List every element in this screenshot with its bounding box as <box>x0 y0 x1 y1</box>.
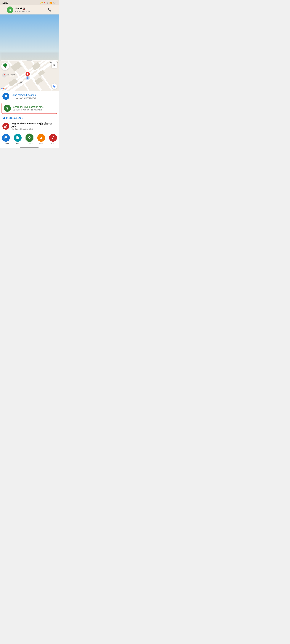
svg-point-3 <box>7 108 8 108</box>
avatar: N <box>7 6 13 13</box>
share-live-title: Share My Live Location for... <box>13 106 44 108</box>
status-bar: 12:08 🔑 📍 ▲ 📶 46% <box>0 0 59 5</box>
back-button[interactable]: ← <box>2 8 5 12</box>
restaurant-text: Bagh-e Shahr Restaurant (رستوران باغ شهر… <box>12 122 57 130</box>
gallery-icon <box>2 134 10 142</box>
signal-icon: 📶 <box>49 2 52 4</box>
vet-type: Veterinarian <box>7 75 16 77</box>
vet-marker: 📍 دامپزشکی اسپا Veterinarian <box>3 73 16 77</box>
location-action-icon <box>26 134 33 142</box>
location-label: Location <box>26 142 33 144</box>
location-icon: 📍 <box>44 2 46 4</box>
send-location-text: Send selected location Semnan, Iran ,عمو… <box>12 94 36 99</box>
gallery-action[interactable]: Gallery <box>1 134 11 144</box>
file-action[interactable]: File <box>13 134 22 144</box>
menu-button[interactable]: ⋮ <box>54 8 57 12</box>
bottom-actions-bar: Gallery File Location <box>0 132 59 146</box>
send-location-icon <box>3 93 9 100</box>
music-icon <box>49 134 57 142</box>
bottom-sheet: Baharest Fatholmobi 🌲 📍 دامپزشکی اسپا <box>0 60 59 148</box>
share-live-subtitle: Updated in real time as you move <box>13 109 44 111</box>
svg-text:🌲: 🌲 <box>4 64 7 66</box>
current-location-dot <box>26 76 30 80</box>
tree-icon: 🌲 <box>3 63 7 70</box>
gallery-label: Gallery <box>3 142 9 144</box>
contact-status: last seen recently <box>15 10 48 12</box>
chat-header: ← N Navid 🔇 last seen recently 📞 ⋮ <box>0 5 59 14</box>
location-pulse <box>26 76 30 80</box>
chat-background <box>0 14 59 61</box>
venue-section-label: Or choose a venue <box>0 114 59 120</box>
music-label: Mu... <box>51 142 55 144</box>
file-icon <box>14 134 22 142</box>
map-container[interactable]: Baharest Fatholmobi 🌲 📍 دامپزشکی اسپا <box>0 60 59 91</box>
status-time: 12:08 <box>3 2 8 4</box>
tree-marker: 🌲 <box>1 62 9 70</box>
header-actions: 📞 ⋮ <box>48 8 57 12</box>
map-block-1 <box>11 62 22 72</box>
music-action[interactable]: Mu... <box>49 134 58 144</box>
map-layers-button[interactable]: ⧉ <box>52 62 57 68</box>
location-action[interactable]: Location <box>25 134 34 144</box>
send-location-item[interactable]: Send selected location Semnan, Iran ,عمو… <box>0 91 59 102</box>
restaurant-icon <box>3 123 9 130</box>
contact-info: Navid 🔇 last seen recently <box>15 7 48 12</box>
file-label: File <box>16 142 19 144</box>
google-logo: Google <box>1 88 8 90</box>
map-background: Baharest Fatholmobi 🌲 📍 دامپزشکی اسپا <box>0 60 59 91</box>
contact-name: Navid 🔇 <box>15 7 48 10</box>
restaurant-address: Hefdah-e Shahrivar Blvd. <box>12 128 57 130</box>
wifi-icon: ▲ <box>47 2 49 4</box>
call-button[interactable]: 📞 <box>48 8 52 12</box>
share-live-icon <box>4 105 11 112</box>
share-live-location-item[interactable]: Share My Live Location for... Updated in… <box>2 103 57 114</box>
location-inner-dot <box>27 77 29 79</box>
contact-label: Contact <box>38 142 44 144</box>
map-location-button[interactable] <box>52 84 57 89</box>
svg-rect-1 <box>5 67 6 68</box>
pin-dot <box>27 73 28 75</box>
send-location-title: Send selected location <box>12 94 36 96</box>
vet-name: دامپزشکی اسپا <box>7 74 16 75</box>
battery-icon: 46% <box>53 2 57 4</box>
key-icon: 🔑 <box>40 2 43 4</box>
home-indicator <box>20 147 39 148</box>
restaurant-venue-item[interactable]: Bagh-e Shahr Restaurant (رستوران باغ شهر… <box>0 120 59 132</box>
mute-icon: 🔇 <box>23 8 25 10</box>
send-location-subtitle: Semnan, Iran ,عموزاده <box>12 97 36 99</box>
vet-icon: 📍 <box>3 73 6 77</box>
contact-icon <box>37 134 45 142</box>
contact-action[interactable]: Contact <box>37 134 46 144</box>
share-live-text: Share My Live Location for... Updated in… <box>13 106 44 111</box>
restaurant-name: Bagh-e Shahr Restaurant (رستوران باغ شهر… <box>12 122 57 128</box>
status-icons: 🔑 📍 ▲ 📶 46% <box>40 2 57 4</box>
